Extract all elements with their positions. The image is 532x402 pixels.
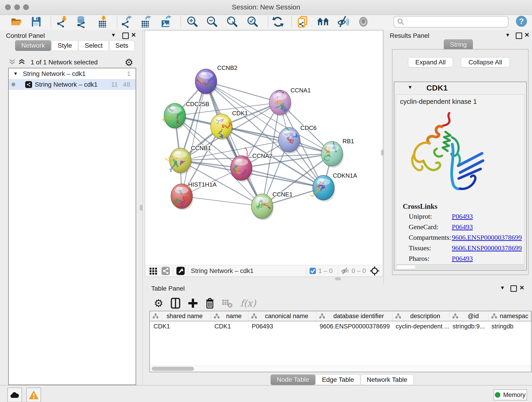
toolbar-separator bbox=[291, 17, 292, 27]
network-row-selected[interactable]: String Network – cdk1 11 48 bbox=[9, 79, 136, 90]
export-network-button[interactable] bbox=[119, 15, 134, 28]
export-table-button[interactable] bbox=[138, 15, 153, 28]
help-button[interactable]: ? bbox=[514, 15, 529, 28]
delete-column-button[interactable] bbox=[203, 296, 217, 310]
network-node-CCNB1[interactable] bbox=[165, 148, 192, 174]
save-session-button[interactable] bbox=[29, 15, 44, 28]
results-panel-tabs: String bbox=[444, 39, 473, 50]
collection-expand-triangle[interactable]: ▼ bbox=[13, 71, 18, 76]
import-table-from-file-button[interactable] bbox=[95, 15, 110, 28]
table-panel-float-button[interactable] bbox=[510, 285, 517, 292]
crosslink-value-link[interactable]: 9606.ENSP00000378699 bbox=[452, 234, 522, 241]
network-node-CCNA1[interactable] bbox=[269, 90, 292, 116]
memory-button[interactable]: Memory bbox=[494, 389, 527, 400]
zoom-out-button[interactable] bbox=[205, 15, 220, 28]
crosslink-value-link[interactable]: 9606.ENSP00000378699 bbox=[452, 244, 522, 252]
collection-count: 1 bbox=[127, 70, 131, 77]
tab-select[interactable]: Select bbox=[79, 40, 109, 51]
selected-checkbox-icon[interactable] bbox=[309, 267, 317, 274]
network-node-CCNE1[interactable] bbox=[251, 194, 274, 220]
export-image-button[interactable] bbox=[158, 15, 173, 28]
tab-node-table[interactable]: Node Table bbox=[271, 375, 315, 385]
column-header-database-identifier[interactable]: database identifier bbox=[317, 311, 393, 321]
table-row[interactable]: CDK1CDK1P064939606.ENSP00000378699cyclin… bbox=[150, 321, 531, 332]
selected-counts: 1 – 0 bbox=[318, 267, 332, 274]
results-hscroll-thumb[interactable] bbox=[396, 265, 416, 269]
separator bbox=[338, 267, 338, 275]
control-panel-collapse-button[interactable]: ▼ bbox=[111, 32, 116, 38]
center-crosshair-icon[interactable] bbox=[370, 266, 380, 276]
cdk1-collapse-triangle[interactable]: ▼ bbox=[408, 84, 413, 90]
column-header-description[interactable]: description bbox=[393, 311, 450, 321]
bottom-splitter-handle[interactable] bbox=[335, 277, 341, 280]
tab-style[interactable]: Style bbox=[51, 40, 78, 51]
tab-network[interactable]: Network bbox=[15, 40, 51, 51]
add-column-button[interactable] bbox=[186, 296, 200, 310]
column-header-name[interactable]: name bbox=[211, 311, 249, 321]
table-hscroll-track[interactable] bbox=[150, 366, 531, 372]
cloud-status-button[interactable] bbox=[7, 388, 22, 402]
column-header-@id[interactable]: @id bbox=[450, 311, 489, 321]
tab-network-table[interactable]: Network Table bbox=[361, 375, 413, 385]
network-edge-count: 48 bbox=[123, 81, 130, 88]
zoom-selected-button[interactable] bbox=[245, 15, 260, 28]
column-header-shared-name[interactable]: shared name bbox=[150, 311, 211, 321]
column-header-namespac[interactable]: namespac bbox=[488, 311, 531, 321]
table-panel-close-button[interactable]: × bbox=[520, 285, 524, 290]
network-node-CDK1[interactable] bbox=[210, 114, 233, 140]
tab-edge-table[interactable]: Edge Table bbox=[316, 375, 360, 385]
string-query-button[interactable] bbox=[316, 15, 331, 28]
results-panel-close-button[interactable]: × bbox=[525, 32, 529, 37]
search-input[interactable] bbox=[406, 17, 508, 26]
network-node-RB1[interactable] bbox=[321, 141, 344, 168]
copy-network-button[interactable] bbox=[295, 15, 310, 28]
search-box bbox=[394, 16, 508, 27]
table-panel-collapse-button[interactable]: ▼ bbox=[500, 285, 505, 291]
grid-view-icon[interactable] bbox=[149, 266, 158, 275]
tab-string[interactable]: String bbox=[444, 39, 473, 50]
network-view-canvas[interactable]: CCNB2CCNA1CDC25BCDK1CDC6RB1CCNB1CCNA2CDK… bbox=[145, 30, 383, 265]
network-node-CDC25B[interactable] bbox=[163, 103, 186, 130]
function-builder-button[interactable]: f(x) bbox=[238, 296, 259, 310]
svg-text:?: ? bbox=[519, 17, 524, 26]
network-edge-CCNE1-HIST1H1A[interactable] bbox=[182, 196, 262, 206]
birdseye-view-icon[interactable] bbox=[176, 266, 185, 275]
table-hscroll-thumb[interactable] bbox=[152, 367, 194, 371]
open-session-button[interactable] bbox=[9, 15, 24, 28]
share-view-icon[interactable] bbox=[161, 266, 170, 275]
network-options-gear-icon[interactable]: ⚙ bbox=[125, 57, 133, 68]
results-hscroll-track[interactable] bbox=[396, 264, 525, 269]
apply-layout-button[interactable] bbox=[270, 15, 285, 28]
network-graph[interactable]: CCNB2CCNA1CDC25BCDK1CDC6RB1CCNB1CCNA2CDK… bbox=[145, 31, 383, 265]
show-panel-button[interactable] bbox=[356, 15, 371, 28]
control-panel-close-button[interactable]: × bbox=[131, 32, 136, 37]
table-cell: cyclin-dependent ... bbox=[392, 321, 449, 332]
crosslink-value-link[interactable]: P06493 bbox=[452, 212, 473, 220]
warnings-button[interactable] bbox=[26, 388, 41, 402]
results-panel-float-button[interactable] bbox=[516, 32, 522, 39]
hide-glasses-button[interactable] bbox=[336, 15, 351, 28]
import-network-from-file-button[interactable] bbox=[55, 15, 70, 28]
expand-all-button[interactable]: Expand All bbox=[408, 57, 453, 67]
network-edge-CCNB2-HIST1H1A[interactable] bbox=[182, 81, 206, 196]
collapse-all-button[interactable]: Collapse All bbox=[461, 57, 510, 67]
hidden-eye-icon[interactable] bbox=[341, 267, 350, 275]
warning-triangle-icon bbox=[28, 390, 39, 400]
network-collection-row[interactable]: ▼ String Network – cdk1 1 bbox=[9, 68, 136, 79]
toolbar-separator bbox=[268, 17, 268, 27]
right-splitter-handle[interactable] bbox=[381, 150, 384, 156]
zoom-fit-button[interactable] bbox=[225, 15, 240, 28]
tab-sets[interactable]: Sets bbox=[109, 40, 134, 51]
control-panel-float-button[interactable] bbox=[122, 32, 129, 39]
zoom-in-button[interactable] bbox=[185, 15, 200, 28]
network-node-CCNB2[interactable] bbox=[195, 69, 218, 95]
crosslink-value-link[interactable]: P06493 bbox=[452, 255, 473, 262]
column-header-canonical-name[interactable]: canonical name bbox=[248, 311, 316, 321]
import-network-from-database-button[interactable] bbox=[74, 15, 89, 28]
results-panel-collapse-button[interactable]: ▼ bbox=[505, 32, 510, 38]
table-options-button[interactable]: ⚙ bbox=[152, 296, 166, 310]
show-columns-button[interactable] bbox=[168, 296, 183, 310]
left-splitter-handle[interactable] bbox=[140, 205, 143, 211]
delete-table-button[interactable] bbox=[220, 296, 234, 310]
crosslink-value-link[interactable]: P06493 bbox=[452, 223, 473, 231]
